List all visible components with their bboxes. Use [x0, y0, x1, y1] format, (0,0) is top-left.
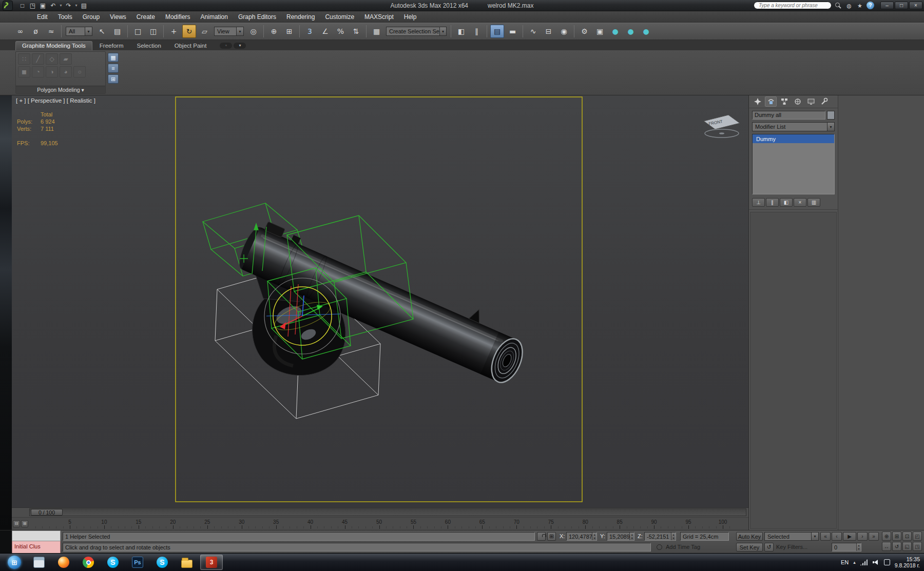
- zoom-region-button[interactable]: ◰: [913, 531, 922, 541]
- communication-center-icon[interactable]: ◍: [845, 2, 853, 10]
- key-filters-button[interactable]: Key Filters...: [776, 543, 819, 552]
- configure-modifier-sets-button[interactable]: ▥: [807, 198, 820, 207]
- select-and-uniform-scale-button[interactable]: ▱: [198, 25, 211, 38]
- border-mode-button[interactable]: ◇: [46, 53, 58, 65]
- unlink-selection-button[interactable]: ø: [29, 25, 43, 38]
- search-box[interactable]: [754, 2, 832, 9]
- render-iterative-button[interactable]: ●: [624, 25, 638, 38]
- loop-tools-button[interactable]: ◔: [32, 66, 44, 77]
- angle-snap-toggle-button[interactable]: ∠: [318, 25, 332, 38]
- absolute-offset-mode-toggle[interactable]: ⊞: [547, 532, 556, 541]
- graphite-ribbon-toggle-button[interactable]: ▬: [506, 25, 519, 38]
- project-folder-button[interactable]: ▤: [79, 1, 89, 10]
- show-end-result-button[interactable]: ∥: [766, 198, 779, 207]
- time-spinner[interactable]: ▴▾: [856, 543, 861, 551]
- pin-stack-button[interactable]: ⊥: [752, 198, 765, 207]
- keyboard-shortcut-override-toggle-button[interactable]: ⊞: [282, 25, 296, 38]
- firefox-taskbar-button[interactable]: [52, 555, 75, 570]
- menu-tools[interactable]: Tools: [53, 12, 78, 22]
- viewport-label[interactable]: [ + ] [ Perspective ] [ Realistic ]: [16, 97, 95, 104]
- edge-mode-button[interactable]: ╱: [32, 53, 44, 65]
- menu-group[interactable]: Group: [78, 12, 105, 22]
- select-and-move-button[interactable]: +: [167, 25, 181, 38]
- manage-layers-button[interactable]: ▤: [490, 25, 504, 38]
- polygon-modeling-label[interactable]: Polygon Modeling ▾: [16, 86, 105, 93]
- mini-track-options-button[interactable]: ⊞: [21, 520, 28, 527]
- render-production-button[interactable]: ●: [608, 25, 622, 38]
- ribbon-minimize-icon[interactable]: ▾: [234, 43, 246, 49]
- menu-animation[interactable]: Animation: [196, 12, 233, 22]
- play-animation-button[interactable]: ▶: [843, 532, 856, 541]
- select-by-name-button[interactable]: ▤: [110, 25, 124, 38]
- viewport-layout-button[interactable]: ◳: [913, 542, 922, 551]
- save-file-button[interactable]: ▣: [38, 1, 48, 10]
- tab-motion[interactable]: [792, 96, 803, 107]
- object-color-swatch[interactable]: [827, 111, 835, 120]
- menu-rendering[interactable]: Rendering: [281, 12, 320, 22]
- go-to-end-button[interactable]: »: [869, 532, 879, 541]
- help-icon[interactable]: ?: [867, 2, 874, 9]
- open-mini-track-view-button[interactable]: ⊟: [13, 520, 20, 527]
- menu-create[interactable]: Create: [131, 12, 160, 22]
- current-time-field[interactable]: 0▴▾: [832, 543, 861, 552]
- selected-set-dropdown[interactable]: Selected ▾: [764, 532, 819, 541]
- set-key-button[interactable]: Set Key: [736, 543, 763, 552]
- redo-button[interactable]: ↷: [64, 1, 73, 10]
- menu-help[interactable]: Help: [399, 12, 422, 22]
- time-slider-handle[interactable]: 0 / 100: [31, 509, 63, 516]
- modifier-list-dropdown[interactable]: Modifier List ▾: [752, 122, 835, 131]
- skype-taskbar-button[interactable]: S: [102, 555, 124, 570]
- search-input[interactable]: [754, 2, 832, 9]
- paint-connect-button[interactable]: ○: [73, 66, 86, 77]
- named-selection-sets-dropdown[interactable]: Create Selection Se▾: [386, 27, 447, 36]
- remove-modifier-button[interactable]: ×: [794, 198, 806, 207]
- close-button[interactable]: ×: [909, 2, 922, 9]
- next-frame-button[interactable]: ›: [857, 532, 868, 541]
- volume-icon[interactable]: [872, 559, 879, 565]
- curve-editor-button[interactable]: ∿: [526, 25, 540, 38]
- select-object-button[interactable]: ↖: [95, 25, 109, 38]
- snaps-toggle-button[interactable]: 3: [303, 25, 317, 38]
- spinner-snap-toggle-button[interactable]: ⇅: [349, 25, 363, 38]
- vertex-mode-button[interactable]: ∷: [18, 53, 30, 65]
- select-and-link-button[interactable]: ∞: [13, 25, 27, 38]
- ribbon-mini-button-3-button[interactable]: ⊞: [108, 74, 119, 84]
- bind-to-space-warp-button[interactable]: ≈: [44, 25, 58, 38]
- tray-expand-icon[interactable]: ▴: [853, 560, 856, 565]
- ribbon-mini-button-1-button[interactable]: ▦: [108, 53, 119, 62]
- select-and-manipulate-button[interactable]: ⊕: [267, 25, 281, 38]
- rectangular-selection-region-button[interactable]: □: [131, 25, 145, 38]
- track-bar[interactable]: 5101520253035404550556065707580859095100: [29, 518, 734, 530]
- menu-views[interactable]: Views: [105, 12, 131, 22]
- x-coordinate-field[interactable]: 120,4787▴▾: [566, 532, 597, 541]
- activeshade-button[interactable]: ●: [639, 25, 653, 38]
- minimize-button[interactable]: –: [880, 2, 894, 9]
- language-indicator[interactable]: EN: [841, 559, 849, 565]
- align-button[interactable]: ∥: [470, 25, 484, 38]
- selection-filter-dropdown[interactable]: All▾: [66, 27, 92, 36]
- tab-modify[interactable]: [765, 96, 777, 107]
- menu-graph-editors[interactable]: Graph Editors: [233, 12, 281, 22]
- redo-options-button[interactable]: ▾: [74, 1, 79, 10]
- explorer-window-taskbar-button[interactable]: [28, 555, 50, 570]
- go-to-start-button[interactable]: «: [820, 532, 831, 541]
- key-mode-toggle[interactable]: ↺: [764, 543, 774, 552]
- render-setup-button[interactable]: ⚙: [578, 25, 591, 38]
- ribbon-tab-selection[interactable]: Selection: [130, 42, 167, 50]
- ribbon-dot-icon[interactable]: ◦: [220, 43, 232, 49]
- element-mode-button[interactable]: ◼: [18, 66, 30, 77]
- selection-lock-toggle[interactable]: [537, 532, 546, 541]
- z-spinner[interactable]: ▴▾: [671, 533, 676, 540]
- search-icon[interactable]: [834, 2, 842, 10]
- tab-hierarchy[interactable]: [778, 96, 790, 107]
- undo-options-button[interactable]: ▾: [59, 1, 63, 10]
- zoom-all-button[interactable]: ⊞: [892, 531, 901, 541]
- generate-topology-button[interactable]: ◑: [46, 66, 58, 77]
- previous-frame-button[interactable]: ‹: [832, 532, 842, 541]
- chrome-taskbar-button[interactable]: [77, 555, 100, 570]
- new-scene-button[interactable]: □: [17, 1, 27, 10]
- maximize-button[interactable]: □: [895, 2, 908, 9]
- front-view-helper[interactable]: FRONT: [704, 115, 740, 137]
- 3dsmax-taskbar-button[interactable]: 3: [200, 555, 223, 570]
- y-coordinate-field[interactable]: 15,2089▴▾: [607, 532, 634, 541]
